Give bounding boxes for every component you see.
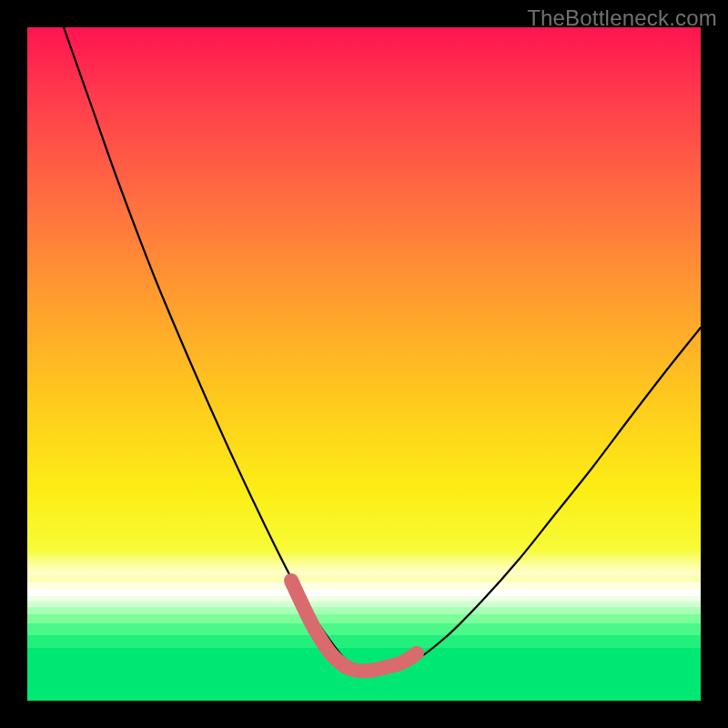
outer-frame: TheBottleneck.com <box>0 0 728 728</box>
curve-layer <box>27 27 701 701</box>
plot-area <box>27 27 701 701</box>
highlight-segment <box>291 581 417 671</box>
bottleneck-curve <box>64 27 701 672</box>
watermark-text: TheBottleneck.com <box>527 5 717 31</box>
